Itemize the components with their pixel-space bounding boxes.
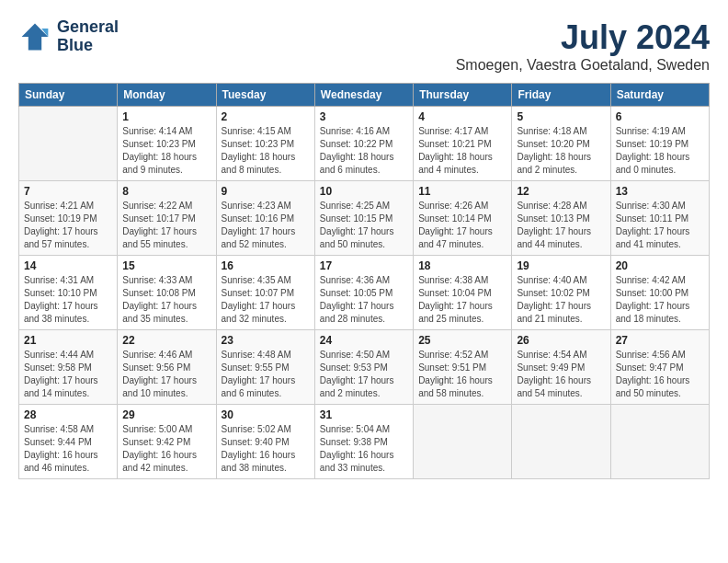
day-number: 16 bbox=[222, 259, 310, 272]
calendar-cell: 23Sunrise: 4:48 AM Sunset: 9:55 PM Dayli… bbox=[216, 330, 314, 405]
day-number: 26 bbox=[517, 334, 605, 347]
day-number: 7 bbox=[24, 185, 112, 198]
week-row-5: 28Sunrise: 4:58 AM Sunset: 9:44 PM Dayli… bbox=[19, 405, 710, 479]
day-info: Sunrise: 4:33 AM Sunset: 10:08 PM Daylig… bbox=[122, 274, 210, 326]
day-header-sunday: Sunday bbox=[19, 84, 118, 107]
day-info: Sunrise: 4:18 AM Sunset: 10:20 PM Daylig… bbox=[517, 125, 605, 177]
logo: General Blue bbox=[18, 18, 119, 55]
day-info: Sunrise: 4:40 AM Sunset: 10:02 PM Daylig… bbox=[517, 274, 605, 326]
day-number: 27 bbox=[616, 334, 704, 347]
calendar-cell: 30Sunrise: 5:02 AM Sunset: 9:40 PM Dayli… bbox=[216, 405, 314, 479]
day-header-thursday: Thursday bbox=[414, 84, 512, 107]
day-info: Sunrise: 4:28 AM Sunset: 10:13 PM Daylig… bbox=[517, 200, 605, 251]
day-info: Sunrise: 4:31 AM Sunset: 10:10 PM Daylig… bbox=[24, 274, 112, 326]
calendar-cell: 26Sunrise: 4:54 AM Sunset: 9:49 PM Dayli… bbox=[512, 330, 610, 405]
day-info: Sunrise: 4:36 AM Sunset: 10:05 PM Daylig… bbox=[320, 274, 408, 326]
day-number: 22 bbox=[122, 334, 210, 347]
day-info: Sunrise: 4:44 AM Sunset: 9:58 PM Dayligh… bbox=[24, 349, 112, 400]
calendar-cell: 21Sunrise: 4:44 AM Sunset: 9:58 PM Dayli… bbox=[19, 330, 118, 405]
day-info: Sunrise: 5:02 AM Sunset: 9:40 PM Dayligh… bbox=[222, 423, 310, 475]
day-info: Sunrise: 4:54 AM Sunset: 9:49 PM Dayligh… bbox=[517, 349, 605, 400]
day-info: Sunrise: 5:04 AM Sunset: 9:38 PM Dayligh… bbox=[320, 423, 408, 475]
day-header-wednesday: Wednesday bbox=[314, 84, 413, 107]
calendar-cell: 6Sunrise: 4:19 AM Sunset: 10:19 PM Dayli… bbox=[610, 107, 709, 181]
day-header-tuesday: Tuesday bbox=[216, 84, 314, 107]
day-info: Sunrise: 4:16 AM Sunset: 10:22 PM Daylig… bbox=[320, 125, 408, 177]
day-header-saturday: Saturday bbox=[610, 84, 709, 107]
day-info: Sunrise: 4:52 AM Sunset: 9:51 PM Dayligh… bbox=[418, 349, 506, 400]
day-info: Sunrise: 4:48 AM Sunset: 9:55 PM Dayligh… bbox=[222, 349, 310, 400]
calendar-table: SundayMondayTuesdayWednesdayThursdayFrid… bbox=[18, 83, 710, 479]
day-number: 8 bbox=[122, 185, 210, 198]
day-info: Sunrise: 4:23 AM Sunset: 10:16 PM Daylig… bbox=[222, 200, 310, 251]
day-info: Sunrise: 4:58 AM Sunset: 9:44 PM Dayligh… bbox=[24, 423, 112, 475]
day-number: 12 bbox=[517, 185, 605, 198]
day-info: Sunrise: 4:17 AM Sunset: 10:21 PM Daylig… bbox=[418, 125, 506, 177]
week-row-4: 21Sunrise: 4:44 AM Sunset: 9:58 PM Dayli… bbox=[19, 330, 710, 405]
day-number: 3 bbox=[320, 110, 408, 123]
week-row-2: 7Sunrise: 4:21 AM Sunset: 10:19 PM Dayli… bbox=[19, 181, 710, 256]
calendar-cell: 28Sunrise: 4:58 AM Sunset: 9:44 PM Dayli… bbox=[19, 405, 118, 479]
logo-text: General Blue bbox=[57, 18, 119, 55]
calendar-cell: 9Sunrise: 4:23 AM Sunset: 10:16 PM Dayli… bbox=[216, 181, 314, 256]
calendar-cell: 18Sunrise: 4:38 AM Sunset: 10:04 PM Dayl… bbox=[414, 256, 512, 330]
day-info: Sunrise: 4:30 AM Sunset: 10:11 PM Daylig… bbox=[616, 200, 704, 251]
calendar-cell: 25Sunrise: 4:52 AM Sunset: 9:51 PM Dayli… bbox=[414, 330, 512, 405]
calendar-cell: 8Sunrise: 4:22 AM Sunset: 10:17 PM Dayli… bbox=[118, 181, 216, 256]
day-number: 19 bbox=[517, 259, 605, 272]
day-info: Sunrise: 4:15 AM Sunset: 10:23 PM Daylig… bbox=[222, 125, 310, 177]
day-number: 25 bbox=[418, 334, 506, 347]
day-number: 28 bbox=[24, 408, 112, 421]
calendar-cell bbox=[610, 405, 709, 479]
calendar-cell: 2Sunrise: 4:15 AM Sunset: 10:23 PM Dayli… bbox=[216, 107, 314, 181]
week-row-1: 1Sunrise: 4:14 AM Sunset: 10:23 PM Dayli… bbox=[19, 107, 710, 181]
day-info: Sunrise: 4:14 AM Sunset: 10:23 PM Daylig… bbox=[122, 125, 210, 177]
day-info: Sunrise: 4:46 AM Sunset: 9:56 PM Dayligh… bbox=[122, 349, 210, 400]
logo-icon bbox=[18, 20, 51, 53]
day-info: Sunrise: 5:00 AM Sunset: 9:42 PM Dayligh… bbox=[122, 423, 210, 475]
title-block: July 2024 Smoegen, Vaestra Goetaland, Sw… bbox=[456, 18, 710, 74]
location-subtitle: Smoegen, Vaestra Goetaland, Sweden bbox=[456, 57, 710, 74]
day-number: 1 bbox=[122, 110, 210, 123]
day-number: 9 bbox=[222, 185, 310, 198]
day-number: 13 bbox=[616, 185, 704, 198]
calendar-cell: 15Sunrise: 4:33 AM Sunset: 10:08 PM Dayl… bbox=[118, 256, 216, 330]
calendar-cell: 24Sunrise: 4:50 AM Sunset: 9:53 PM Dayli… bbox=[314, 330, 413, 405]
day-number: 11 bbox=[418, 185, 506, 198]
calendar-cell: 29Sunrise: 5:00 AM Sunset: 9:42 PM Dayli… bbox=[118, 405, 216, 479]
svg-marker-0 bbox=[22, 23, 49, 50]
day-info: Sunrise: 4:19 AM Sunset: 10:19 PM Daylig… bbox=[616, 125, 704, 177]
day-header-monday: Monday bbox=[118, 84, 216, 107]
day-number: 4 bbox=[418, 110, 506, 123]
day-number: 5 bbox=[517, 110, 605, 123]
day-number: 31 bbox=[320, 408, 408, 421]
calendar-cell: 27Sunrise: 4:56 AM Sunset: 9:47 PM Dayli… bbox=[610, 330, 709, 405]
calendar-cell: 20Sunrise: 4:42 AM Sunset: 10:00 PM Dayl… bbox=[610, 256, 709, 330]
calendar-cell: 5Sunrise: 4:18 AM Sunset: 10:20 PM Dayli… bbox=[512, 107, 610, 181]
calendar-cell: 3Sunrise: 4:16 AM Sunset: 10:22 PM Dayli… bbox=[314, 107, 413, 181]
calendar-cell: 10Sunrise: 4:25 AM Sunset: 10:15 PM Dayl… bbox=[314, 181, 413, 256]
day-info: Sunrise: 4:21 AM Sunset: 10:19 PM Daylig… bbox=[24, 200, 112, 251]
day-info: Sunrise: 4:50 AM Sunset: 9:53 PM Dayligh… bbox=[320, 349, 408, 400]
calendar-cell: 11Sunrise: 4:26 AM Sunset: 10:14 PM Dayl… bbox=[414, 181, 512, 256]
day-number: 14 bbox=[24, 259, 112, 272]
day-info: Sunrise: 4:56 AM Sunset: 9:47 PM Dayligh… bbox=[616, 349, 704, 400]
day-number: 15 bbox=[122, 259, 210, 272]
calendar-cell: 12Sunrise: 4:28 AM Sunset: 10:13 PM Dayl… bbox=[512, 181, 610, 256]
day-number: 23 bbox=[222, 334, 310, 347]
day-info: Sunrise: 4:22 AM Sunset: 10:17 PM Daylig… bbox=[122, 200, 210, 251]
day-number: 29 bbox=[122, 408, 210, 421]
day-info: Sunrise: 4:42 AM Sunset: 10:00 PM Daylig… bbox=[616, 274, 704, 326]
day-number: 6 bbox=[616, 110, 704, 123]
day-header-friday: Friday bbox=[512, 84, 610, 107]
day-number: 20 bbox=[616, 259, 704, 272]
calendar-cell bbox=[512, 405, 610, 479]
calendar-cell: 1Sunrise: 4:14 AM Sunset: 10:23 PM Dayli… bbox=[118, 107, 216, 181]
day-info: Sunrise: 4:35 AM Sunset: 10:07 PM Daylig… bbox=[222, 274, 310, 326]
calendar-cell: 22Sunrise: 4:46 AM Sunset: 9:56 PM Dayli… bbox=[118, 330, 216, 405]
calendar-cell: 7Sunrise: 4:21 AM Sunset: 10:19 PM Dayli… bbox=[19, 181, 118, 256]
day-info: Sunrise: 4:26 AM Sunset: 10:14 PM Daylig… bbox=[418, 200, 506, 251]
calendar-cell: 31Sunrise: 5:04 AM Sunset: 9:38 PM Dayli… bbox=[314, 405, 413, 479]
calendar-cell: 13Sunrise: 4:30 AM Sunset: 10:11 PM Dayl… bbox=[610, 181, 709, 256]
calendar-cell bbox=[19, 107, 118, 181]
